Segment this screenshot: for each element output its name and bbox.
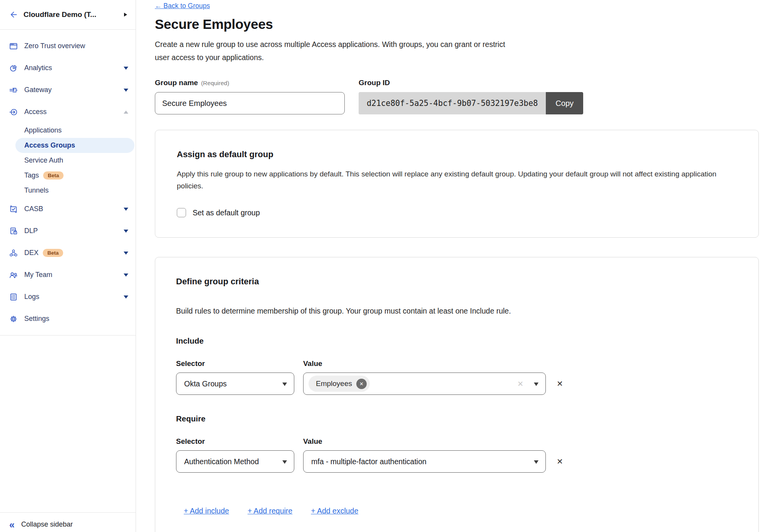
sidebar-item-dlp[interactable]: DLP xyxy=(0,220,136,242)
page-title: Secure Employees xyxy=(155,17,759,32)
value-chip: Employees ✕ xyxy=(309,376,370,392)
include-labels-row: Selector Value xyxy=(176,359,738,368)
group-id-block: Group ID d21ce80f-5a25-4bcf-9b07-5032197… xyxy=(359,79,583,114)
sidebar-item-tags[interactable]: Tags Beta xyxy=(0,168,136,183)
back-to-groups-link[interactable]: ← Back to Groups xyxy=(155,2,210,10)
sidebar-item-label: My Team xyxy=(24,271,52,279)
sidebar-item-tunnels[interactable]: Tunnels xyxy=(0,183,136,198)
include-value-multiselect[interactable]: Employees ✕ ✕ xyxy=(303,373,546,395)
default-group-card-title: Assign as default group xyxy=(177,149,737,159)
gateway-icon xyxy=(9,86,18,94)
require-selector-label: Selector xyxy=(176,437,294,446)
include-selector-dropdown[interactable]: Okta Groups xyxy=(176,373,294,395)
sidebar-item-label: Settings xyxy=(24,315,49,323)
require-heading: Require xyxy=(176,414,738,423)
chevron-right-icon[interactable] xyxy=(124,13,127,17)
add-exclude-link[interactable]: + Add exclude xyxy=(311,507,358,515)
value-chip-label: Employees xyxy=(316,379,352,388)
group-id-label: Group ID xyxy=(359,79,390,87)
sidebar-item-access[interactable]: Access xyxy=(0,101,136,123)
sidebar-item-applications[interactable]: Applications xyxy=(0,123,136,138)
criteria-card: Define group criteria Build rules to det… xyxy=(155,257,759,532)
require-value-label: Value xyxy=(303,437,322,446)
criteria-card-description: Build rules to determine membership of t… xyxy=(176,305,723,317)
page-subtitle: Create a new rule group to use across mu… xyxy=(155,38,519,64)
chip-remove-icon[interactable]: ✕ xyxy=(356,379,367,389)
sidebar-item-zero-trust-overview[interactable]: Zero Trust overview xyxy=(0,35,136,57)
require-rule-row: Authentication Method mfa - multiple-fac… xyxy=(176,450,738,473)
sidebar-item-label: DEX xyxy=(24,249,39,257)
sidebar-nav: Zero Trust overview Analytics Gateway Ac… xyxy=(0,30,136,336)
chevron-down-icon xyxy=(534,460,538,464)
copy-button[interactable]: Copy xyxy=(546,92,583,114)
chevron-up-icon[interactable] xyxy=(124,111,128,114)
include-selector-label: Selector xyxy=(176,359,294,368)
sidebar-item-label: Tunnels xyxy=(24,186,49,195)
include-heading: Include xyxy=(176,336,738,346)
chevron-down-icon[interactable] xyxy=(124,230,128,233)
sidebar-item-analytics[interactable]: Analytics xyxy=(0,57,136,79)
chevron-down-icon[interactable] xyxy=(124,67,128,70)
sidebar-item-label: Analytics xyxy=(24,64,52,72)
collapse-sidebar-button[interactable]: « Collapse sidebar xyxy=(0,512,136,529)
sidebar-item-label: DLP xyxy=(24,227,38,235)
chevron-down-icon[interactable] xyxy=(124,252,128,255)
account-header: Cloudflare Demo (T... xyxy=(0,0,136,30)
sidebar-item-settings[interactable]: Settings xyxy=(0,308,136,330)
require-selector-dropdown[interactable]: Authentication Method xyxy=(176,450,294,473)
sidebar-item-label: Applications xyxy=(24,126,62,134)
window-icon xyxy=(9,42,18,50)
require-labels-row: Selector Value xyxy=(176,437,738,446)
add-require-link[interactable]: + Add require xyxy=(248,507,293,515)
document-lock-icon xyxy=(9,227,18,235)
sidebar-item-gateway[interactable]: Gateway xyxy=(0,79,136,101)
network-nodes-icon xyxy=(9,249,18,257)
set-default-group-label: Set as default group xyxy=(193,208,260,217)
sidebar-item-access-groups[interactable]: Access Groups xyxy=(15,138,134,153)
remove-include-rule-button[interactable]: ✕ xyxy=(557,379,563,388)
sidebar-divider xyxy=(0,335,136,336)
group-id-bar: d21ce80f-5a25-4bcf-9b07-5032197e3be8 Cop… xyxy=(359,92,583,114)
sidebar-item-label: CASB xyxy=(24,205,43,213)
set-default-group-row[interactable]: Set as default group xyxy=(177,208,737,217)
casb-check-icon xyxy=(9,205,18,213)
sidebar-item-logs[interactable]: Logs xyxy=(0,286,136,308)
remove-require-rule-button[interactable]: ✕ xyxy=(557,457,563,466)
beta-badge: Beta xyxy=(43,171,64,180)
sidebar-item-label: Access xyxy=(24,108,47,116)
require-value-dropdown[interactable]: mfa - multiple-factor authentication xyxy=(303,450,546,473)
group-name-field-block: Group name(Required) xyxy=(155,79,345,114)
add-include-link[interactable]: + Add include xyxy=(184,507,229,515)
sidebar-item-label: Gateway xyxy=(24,86,52,94)
set-default-group-checkbox[interactable] xyxy=(177,208,186,217)
include-rule-row: Okta Groups Employees ✕ ✕ ✕ xyxy=(176,373,738,395)
sidebar-item-label: Tags xyxy=(24,171,39,180)
require-selector-value: Authentication Method xyxy=(184,457,259,466)
chevron-down-icon xyxy=(534,383,538,386)
pie-chart-icon xyxy=(9,64,18,72)
require-value-text: mfa - multiple-factor authentication xyxy=(311,457,426,466)
chevron-down-icon[interactable] xyxy=(124,89,128,92)
collapse-sidebar-label: Collapse sidebar xyxy=(21,520,73,529)
sidebar: Cloudflare Demo (T... Zero Trust overvie… xyxy=(0,0,136,532)
main-content: ← Back to Groups Secure Employees Create… xyxy=(155,0,759,532)
chevron-down-icon[interactable] xyxy=(124,208,128,211)
sidebar-item-dex[interactable]: DEX Beta xyxy=(0,242,136,264)
sidebar-item-service-auth[interactable]: Service Auth xyxy=(0,153,136,168)
chevron-down-icon[interactable] xyxy=(124,274,128,277)
chevron-down-icon xyxy=(282,460,287,464)
include-value-label: Value xyxy=(303,359,322,368)
group-name-input[interactable] xyxy=(155,92,345,114)
back-arrow-icon[interactable] xyxy=(9,10,18,19)
chevron-down-icon[interactable] xyxy=(124,295,128,299)
beta-badge: Beta xyxy=(43,249,63,257)
rule-actions-row: + Add include + Add require + Add exclud… xyxy=(184,507,738,515)
people-icon xyxy=(9,271,18,279)
sidebar-item-casb[interactable]: CASB xyxy=(0,198,136,220)
required-hint: (Required) xyxy=(201,80,229,86)
sidebar-item-label: Access Groups xyxy=(24,141,75,149)
default-group-card: Assign as default group Apply this rule … xyxy=(155,130,759,238)
clear-value-icon[interactable]: ✕ xyxy=(517,379,523,388)
sidebar-item-my-team[interactable]: My Team xyxy=(0,264,136,286)
group-id-value: d21ce80f-5a25-4bcf-9b07-5032197e3be8 xyxy=(359,92,546,114)
